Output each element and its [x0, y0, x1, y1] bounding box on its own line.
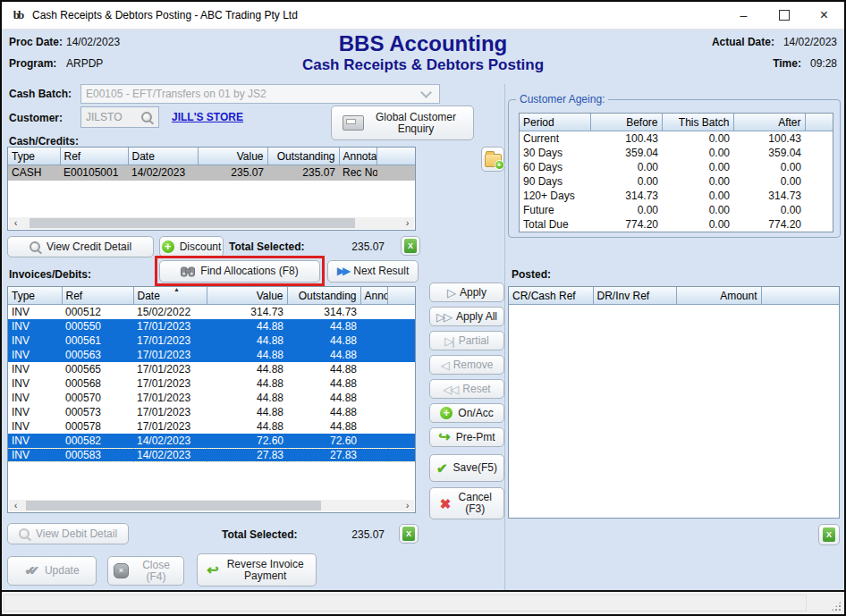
close-f4-button[interactable]: × Close (F4): [107, 556, 184, 586]
table-row[interactable]: INV00057817/01/202344.8844.88: [8, 419, 415, 434]
column-header[interactable]: This Batch: [662, 114, 733, 131]
column-header[interactable]: After: [733, 114, 805, 131]
column-header[interactable]: Type: [8, 287, 62, 305]
table-row[interactable]: INV00058314/02/202327.8327.83: [8, 449, 415, 462]
scrollbar-track[interactable]: [22, 500, 401, 511]
minimize-button[interactable]: –: [723, 2, 764, 29]
column-header[interactable]: Amount: [676, 287, 761, 305]
table-row[interactable]: INV00056817/01/202344.8844.88: [8, 376, 415, 391]
column-header[interactable]: Value: [198, 148, 267, 165]
update-button[interactable]: ✔✔ Update: [7, 556, 97, 586]
on-acc-button[interactable]: + On/Acc: [429, 403, 504, 423]
column-header[interactable]: Ref: [60, 148, 128, 165]
status-panel: [4, 595, 807, 612]
cancel-label: Cancel (F3): [456, 492, 494, 515]
invoices-total-selected-label: Total Selected:: [222, 528, 297, 541]
scroll-right-icon[interactable]: ›: [401, 217, 414, 229]
scrollbar-thumb[interactable]: [26, 501, 321, 511]
column-header[interactable]: Ref: [62, 287, 133, 305]
cash-credits-table: TypeRefDateValueOutstandingAnnotation CA…: [8, 148, 415, 181]
column-header[interactable]: Value: [207, 287, 287, 305]
next-result-button[interactable]: ▶▶ Next Result: [327, 260, 419, 283]
customer-name-link[interactable]: JILL'S STORE: [172, 111, 243, 123]
column-header[interactable]: CR/Cash Ref: [509, 287, 593, 305]
scroll-left-icon[interactable]: ‹: [9, 500, 22, 511]
close-icon: ×: [820, 7, 828, 23]
column-header[interactable]: Date▲: [133, 287, 207, 305]
column-header[interactable]: Period: [520, 114, 590, 131]
table-row[interactable]: Future0.000.000.00: [520, 203, 833, 217]
column-header[interactable]: DR/Inv Ref: [593, 287, 676, 305]
actual-date-value: 14/02/2023: [783, 36, 837, 48]
discount-label: Discount: [180, 241, 222, 253]
customer-search-icon[interactable]: [141, 112, 153, 123]
scroll-right-icon[interactable]: ›: [401, 500, 414, 511]
invoices-export-excel-button[interactable]: X: [399, 524, 419, 544]
table-row[interactable]: INV00055017/01/202344.8844.88: [8, 319, 415, 333]
global-customer-enquiry-button[interactable]: Global Customer Enquiry: [331, 105, 474, 140]
column-header[interactable]: Outstanding: [267, 148, 339, 165]
table-row[interactable]: 90 Days0.000.000.00: [520, 174, 833, 189]
proc-date-value: 14/02/2023: [66, 36, 120, 48]
apply-all-button[interactable]: ▷▷ Apply All: [429, 307, 504, 326]
maximize-button[interactable]: [764, 2, 804, 29]
scrollbar-track[interactable]: [22, 217, 401, 229]
column-header[interactable]: Annotation: [360, 287, 388, 305]
excel-icon: X: [404, 239, 417, 253]
column-header[interactable]: Outstanding: [287, 287, 360, 305]
cash-batch-value: E00105 - EFT/Transfers on 01 by JS2: [81, 88, 422, 100]
reverse-arrow-icon: ↩: [207, 564, 218, 577]
next-result-icon: ▶▶: [337, 266, 348, 277]
cash-credits-hscrollbar[interactable]: ‹ ›: [9, 217, 414, 229]
save-button[interactable]: ✔ Save(F5): [429, 454, 504, 482]
posted-export-excel-button[interactable]: X: [818, 524, 840, 545]
reverse-invoice-payment-button[interactable]: ↩ Reverse Invoice Payment: [197, 553, 317, 586]
find-allocations-button[interactable]: Find Allocations (F8): [159, 260, 320, 283]
view-credit-detail-button[interactable]: View Credit Detail: [7, 236, 154, 257]
remove-label: Remove: [453, 359, 494, 371]
partial-button[interactable]: ▷| Partial: [429, 331, 504, 350]
table-row[interactable]: INV00056317/01/202344.8844.88: [8, 348, 415, 362]
table-row[interactable]: INV00056117/01/202344.8844.88: [8, 333, 415, 348]
column-header[interactable]: Before: [590, 114, 662, 131]
program-value: ARPDP: [66, 57, 103, 70]
save-label: Save(F5): [453, 462, 497, 474]
reset-icon: ◁◁: [443, 384, 457, 395]
table-row[interactable]: INV00057317/01/202344.8844.88: [8, 405, 415, 419]
cancel-button[interactable]: ✖ Cancel (F3): [429, 487, 504, 519]
table-row[interactable]: CASHE0010500114/02/2023235.07235.07Rec N…: [8, 165, 415, 181]
table-row[interactable]: INV00058214/02/202372.6072.60: [8, 434, 415, 449]
table-row[interactable]: 120+ Days314.730.00314.73: [520, 189, 833, 203]
invoices-grid: TypeRefDate▲ValueOutstandingAnnotation I…: [7, 286, 416, 513]
pre-pmt-button[interactable]: ↪ Pre-Pmt: [429, 427, 504, 447]
column-header[interactable]: Date: [128, 148, 198, 165]
invoices-debits-label: Invoices/Debits:: [9, 268, 91, 281]
table-row[interactable]: 30 Days359.040.00359.04: [520, 146, 833, 160]
binoculars-icon: [181, 266, 195, 277]
pre-pmt-icon: ↪: [438, 431, 450, 443]
scrollbar-thumb[interactable]: [30, 218, 355, 228]
reset-button[interactable]: ◁◁ Reset: [429, 379, 504, 399]
cash-export-excel-button[interactable]: X: [401, 236, 420, 256]
invoices-hscrollbar[interactable]: ‹ ›: [9, 500, 414, 511]
column-header[interactable]: Type: [8, 148, 60, 165]
resize-grip-icon[interactable]: [831, 601, 842, 612]
excel-icon: X: [823, 527, 835, 542]
remove-button[interactable]: ◁ Remove: [429, 355, 504, 375]
discount-button[interactable]: + Discount: [159, 236, 224, 257]
table-row[interactable]: INV00051215/02/2022314.73314.73: [8, 305, 415, 320]
close-button[interactable]: ×: [804, 2, 844, 29]
table-row[interactable]: Total Due774.200.00774.20: [520, 217, 833, 232]
column-header[interactable]: Annotation: [339, 148, 377, 165]
apply-button[interactable]: ▷ Apply: [429, 283, 504, 302]
cash-batch-combo[interactable]: E00105 - EFT/Transfers on 01 by JS2: [80, 84, 440, 104]
table-row[interactable]: 60 Days0.000.000.00: [520, 160, 833, 174]
scroll-left-icon[interactable]: ‹: [9, 217, 22, 229]
customer-code-field[interactable]: JILSTO: [80, 106, 159, 128]
table-row[interactable]: Current100.430.00100.43: [520, 131, 833, 147]
table-row[interactable]: INV00056517/01/202344.8844.88: [8, 362, 415, 376]
open-batch-folder-button[interactable]: [481, 147, 504, 172]
time-value: 09:28: [810, 57, 837, 70]
view-debit-detail-button[interactable]: View Debit Detail: [7, 523, 129, 544]
table-row[interactable]: INV00057017/01/202344.8844.88: [8, 391, 415, 405]
